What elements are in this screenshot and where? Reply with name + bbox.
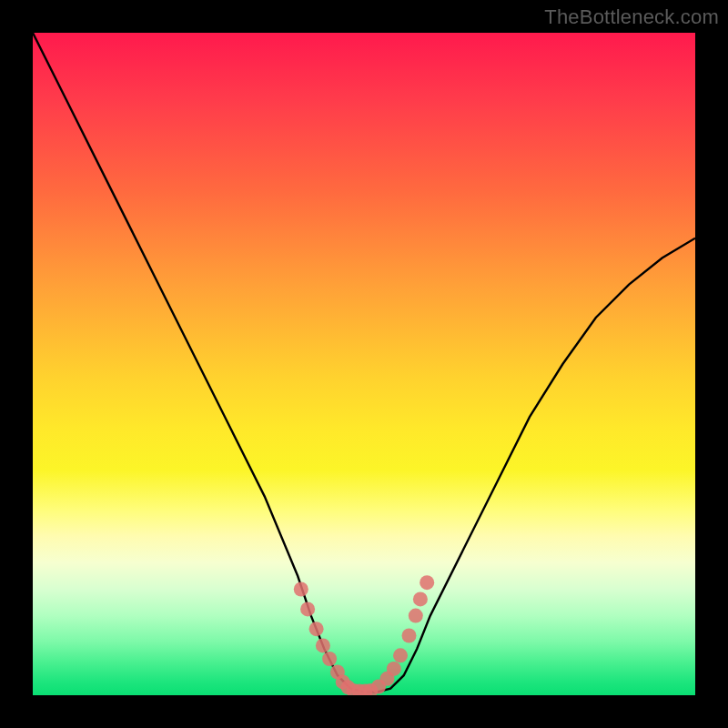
chart-frame: TheBottleneck.com <box>0 0 728 728</box>
highlight-dot <box>420 575 434 590</box>
highlight-dot <box>413 592 428 606</box>
highlight-dot <box>393 648 408 662</box>
highlight-dot <box>294 582 308 597</box>
highlight-dot <box>402 629 417 643</box>
highlight-dot <box>387 662 401 676</box>
curve-svg <box>33 33 695 695</box>
highlight-dots-group <box>294 575 434 695</box>
highlight-dot <box>300 602 315 616</box>
highlight-dot <box>322 652 337 666</box>
watermark-text: TheBottleneck.com <box>544 5 719 29</box>
plot-area <box>33 33 695 695</box>
highlight-dot <box>309 622 324 636</box>
highlight-dot <box>316 638 330 652</box>
highlight-dot <box>409 609 423 623</box>
bottleneck-curve <box>33 33 695 692</box>
